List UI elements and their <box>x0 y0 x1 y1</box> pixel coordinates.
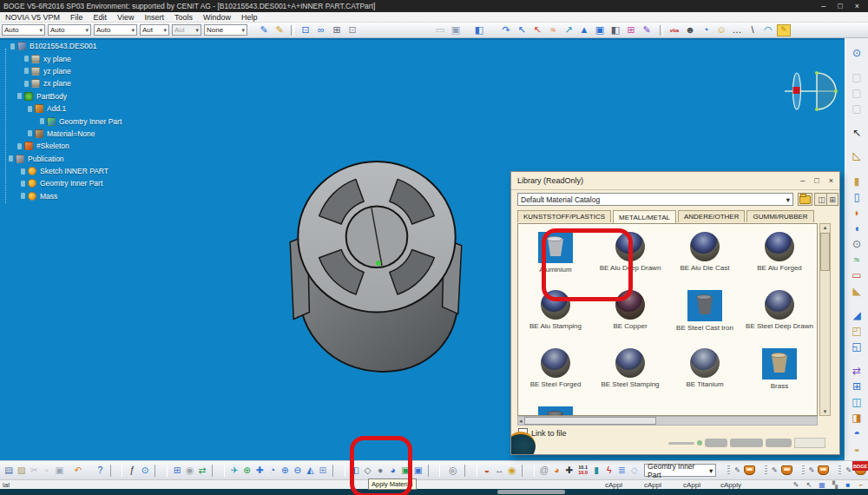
tree-item-mass[interactable]: Mass <box>2 190 122 202</box>
toolbar-drag-handle[interactable] <box>838 465 841 476</box>
line-icon[interactable]: \ <box>746 23 760 36</box>
zoom-in-icon[interactable]: ⊕ <box>279 465 291 477</box>
sketch-tools-icon[interactable]: ◺ <box>849 148 865 163</box>
color-grid-icon[interactable]: ⊞ <box>624 23 638 36</box>
view-compass[interactable] <box>778 68 842 118</box>
close-button[interactable]: × <box>855 2 859 10</box>
tab-andere-other[interactable]: ANDERE/OTHER <box>678 210 746 222</box>
tree-branch-icon[interactable] <box>21 181 25 187</box>
edit-icon[interactable]: ✎ <box>809 466 815 474</box>
pan-icon[interactable]: ✚ <box>254 465 266 477</box>
select-arrow-icon[interactable]: ↖ <box>849 125 865 141</box>
edit-icon[interactable]: ✎ <box>792 481 800 490</box>
style-combo-2[interactable]: Auto ▾ <box>48 24 91 36</box>
paste-icon[interactable]: ▣ <box>54 465 65 477</box>
scale-ratio-icon[interactable]: 10.1 10.0 <box>578 465 588 475</box>
stiffener-icon[interactable]: ◣ <box>849 283 865 299</box>
view-cube-icon[interactable]: ◧ <box>472 23 486 36</box>
tree-item-geomtry-inner-part-2[interactable]: Geomtry Inner Part <box>2 177 122 189</box>
apply-material-icon[interactable]: ◎ <box>447 465 458 477</box>
separator[interactable] <box>522 465 535 477</box>
calculator-icon[interactable]: ⊞ <box>172 465 183 477</box>
tool-disabled-icon[interactable]: ▢ <box>849 101 865 116</box>
stack-icon[interactable]: ≣ <box>616 465 628 477</box>
active-object-combo[interactable]: Geomtry Inner Part ▾ <box>644 464 716 477</box>
menu-enovia[interactable]: NOVIA V5 VPM <box>0 13 65 22</box>
part-3d-model[interactable] <box>285 156 469 373</box>
tree-item-geomtry-inner-part[interactable]: Geomtry Inner Part <box>2 115 122 127</box>
render-style-2-icon[interactable]: ▣ <box>412 465 424 477</box>
separator[interactable] <box>464 465 477 477</box>
menu-tools[interactable]: Tools <box>169 13 198 22</box>
material-be-steel-stamping[interactable]: BE Steel Stamping <box>593 344 667 402</box>
cube-icon[interactable]: ◧ <box>608 23 622 36</box>
separator[interactable] <box>291 25 294 36</box>
catalog-options-button[interactable]: ⊞ <box>826 193 838 206</box>
vba-icon[interactable]: vba <box>667 23 681 36</box>
material-be-steel-cast-iron[interactable]: BE Steel Cast Iron <box>667 286 742 344</box>
scroll-left-icon[interactable]: ◂ <box>519 418 523 425</box>
menu-help[interactable]: Help <box>236 13 263 22</box>
lock-yellow-icon[interactable]: ◉ <box>507 465 518 477</box>
fit-all-icon[interactable]: ⊕ <box>242 465 253 477</box>
arc-icon[interactable]: ◠ <box>761 23 775 36</box>
dialog-maximize-button[interactable]: □ <box>814 176 819 185</box>
scroll-down-icon[interactable]: ▾ <box>824 408 827 415</box>
tool-disabled-icon[interactable]: ▢ <box>849 69 865 85</box>
select-alt-icon[interactable]: ↖ <box>530 23 544 36</box>
tree-item-xy-plane[interactable]: xy plane <box>2 52 122 64</box>
material-partial-row4[interactable] <box>518 402 593 416</box>
menu-insert[interactable]: Insert <box>139 13 169 22</box>
boolean-icon[interactable]: ◓ <box>849 426 865 441</box>
tree-branch-icon[interactable] <box>10 43 15 50</box>
dialog-close-button[interactable]: × <box>829 176 833 185</box>
separator[interactable] <box>110 465 123 477</box>
minimize-button[interactable]: – <box>821 2 825 10</box>
tree-item-partbody[interactable]: PartBody <box>2 90 122 102</box>
thickness-icon[interactable]: ◱ <box>849 339 865 354</box>
hole-icon[interactable]: ⊙ <box>849 236 865 252</box>
axis-system-icon[interactable]: ✚ <box>564 465 575 477</box>
scroll-up-icon[interactable]: ▴ <box>824 224 827 231</box>
pencil-icon[interactable]: ✎ <box>273 23 286 36</box>
shirt-icon[interactable]: ■ <box>844 481 852 490</box>
tree-item-skeleton[interactable]: #Skeleton <box>2 140 122 152</box>
rotate-icon[interactable]: ◔ <box>267 465 279 477</box>
zoom-out-icon[interactable]: ⊖ <box>293 465 304 477</box>
copy-icon[interactable]: ▫ <box>42 465 53 477</box>
scrollbar-thumb[interactable] <box>524 417 656 425</box>
tab-metall-metal[interactable]: METALL/METAL <box>613 210 676 223</box>
link-manager-icon[interactable]: ⊡ <box>299 23 312 36</box>
tree-branch-icon[interactable] <box>17 143 22 149</box>
tree-item-material-none[interactable]: Material=None <box>2 128 122 140</box>
style-combo-6[interactable]: None ▾ <box>204 24 247 36</box>
tab-kunststoff-plastics[interactable]: KUNSTSTOFF/PLASTICS <box>517 210 611 222</box>
menu-view[interactable]: View <box>112 13 139 22</box>
separator[interactable] <box>660 25 663 36</box>
grid-icon[interactable]: ⊞ <box>330 23 344 36</box>
print-icon[interactable]: ▨ <box>16 465 28 477</box>
paintbrush-icon[interactable]: ✎ <box>257 23 271 36</box>
shell-icon[interactable]: ◰ <box>849 323 865 339</box>
pen-purple-icon[interactable]: ✎ <box>640 23 654 36</box>
painter-small-icon[interactable]: ◒ <box>482 465 493 477</box>
session-icon[interactable]: ◕ <box>551 465 562 477</box>
shaft-icon[interactable]: ◗ <box>849 205 865 221</box>
toolbar-drag-handle[interactable] <box>765 465 767 476</box>
zoom-area-icon[interactable]: ⊡ <box>345 23 359 36</box>
tree-branch-icon[interactable] <box>28 130 32 136</box>
draft-icon[interactable]: ◢ <box>849 307 865 323</box>
multi-view-icon[interactable]: ⊞ <box>318 465 329 477</box>
rotate-view-icon[interactable]: ↷ <box>499 23 513 36</box>
tree-item-add1[interactable]: Add.1 <box>2 102 122 115</box>
tree-item-publication[interactable]: Publication <box>2 153 122 165</box>
convert-icon[interactable]: ⇄ <box>197 465 208 477</box>
cursor-icon[interactable]: ↖ <box>805 481 813 490</box>
edit-icon[interactable]: ✎ <box>845 466 852 474</box>
style-combo-5[interactable]: Aul ▾ <box>172 24 201 36</box>
tree-branch-icon[interactable] <box>28 106 32 112</box>
slot-icon[interactable]: ▭ <box>849 267 865 283</box>
tab-gummi-rubber[interactable]: GUMMI/RUBBER <box>746 210 813 222</box>
menu-edit[interactable]: Edit <box>89 13 113 22</box>
person-icon[interactable]: ☻ <box>683 23 697 36</box>
